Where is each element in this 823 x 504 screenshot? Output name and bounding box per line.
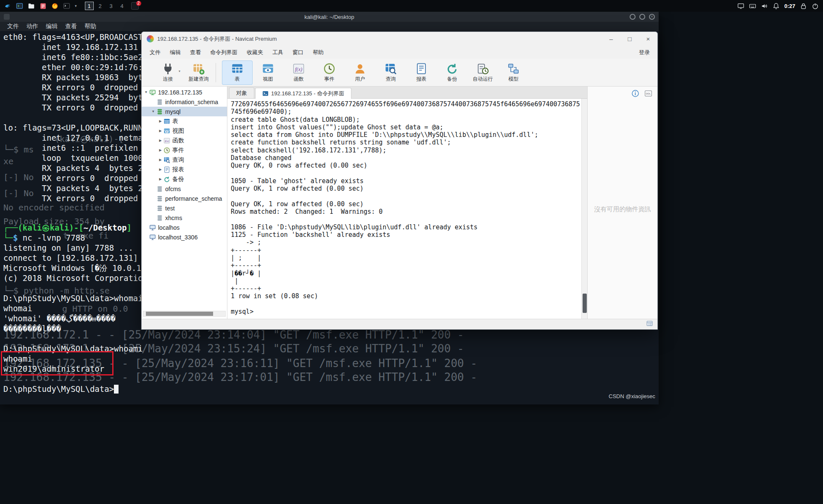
tree-item-xhcms[interactable]: xhcms <box>142 213 227 223</box>
tree-item-事件[interactable]: ▶事件 <box>142 145 227 155</box>
tree-item-192.168.172.135[interactable]: ▼192.168.172.135 <box>142 87 227 97</box>
scrollbar-thumb[interactable] <box>146 312 213 316</box>
info-icon <box>631 89 639 97</box>
toolbar-button-model[interactable]: 模型 <box>498 60 529 85</box>
tree-expand-arrow[interactable]: ▼ <box>150 110 156 113</box>
toolbar-button-report[interactable]: 报表 <box>406 60 437 85</box>
console-scrollbar[interactable] <box>581 99 587 319</box>
info-icon[interactable] <box>631 89 639 99</box>
close-button[interactable]: × <box>639 32 657 46</box>
toolbar-button-new-query[interactable]: 新建查询 <box>183 60 214 85</box>
tree-item-label: 表 <box>172 118 178 125</box>
menu-item[interactable]: 查看 <box>185 49 206 56</box>
kali-logo-icon[interactable] <box>4 3 11 10</box>
tree-item-information_schema[interactable]: information_schema <box>142 97 227 107</box>
navicat-titlebar[interactable]: 192.168.172.135 - 命令列界面 - Navicat Premiu… <box>142 32 657 46</box>
tree-item-备份[interactable]: ▶备份 <box>142 174 227 184</box>
workspace-button-1[interactable]: 1 <box>85 2 94 10</box>
editor-app-icon <box>40 3 47 10</box>
chevron-down-icon[interactable]: ▾ <box>75 4 77 8</box>
menu-item[interactable]: 收藏夹 <box>242 49 268 56</box>
tree-item-localhos[interactable]: localhos <box>142 223 227 232</box>
tree-item-报表[interactable]: ▶报表 <box>142 165 227 174</box>
tree-expand-arrow[interactable]: ▶ <box>158 148 163 152</box>
maximize-button[interactable]: □ <box>620 32 639 46</box>
text-editor-app-icon[interactable] <box>40 3 47 10</box>
console-output[interactable]: 7726974655f6465696e697400726567726974655… <box>227 99 587 315</box>
firefox-app-icon[interactable] <box>51 3 58 10</box>
tree-item-表[interactable]: ▶表 <box>142 116 227 126</box>
volume-icon[interactable] <box>761 3 768 10</box>
tree-item-mysql[interactable]: ▼mysql <box>142 107 227 116</box>
lock-icon <box>800 3 807 10</box>
menu-item[interactable]: 窗口 <box>288 49 308 56</box>
login-button[interactable]: 登录 <box>639 49 650 56</box>
tree-item-localhost_3306[interactable]: localhost_3306 <box>142 232 227 242</box>
terminal-menu-item[interactable]: 编辑 <box>42 23 61 30</box>
menu-item[interactable]: 工具 <box>268 49 288 56</box>
terminal-line: listening on [any] 7788 ... <box>3 243 143 253</box>
tree-expand-arrow[interactable]: ▶ <box>158 177 163 181</box>
minimize-button[interactable] <box>630 14 636 20</box>
command-console[interactable]: 7726974655f6465696e697400726567726974655… <box>227 99 587 319</box>
toolbar-button-automation[interactable]: 自动运行 <box>467 60 498 85</box>
maximize-button[interactable] <box>639 14 645 20</box>
tree-expand-arrow[interactable]: ▶ <box>158 129 163 133</box>
lock-icon[interactable] <box>800 3 807 10</box>
ddl-icon[interactable]: DDL <box>644 89 652 99</box>
terminal-menu-item[interactable]: 帮助 <box>81 23 100 30</box>
workspace-button-4[interactable]: 4 <box>118 2 127 10</box>
tree-expand-arrow[interactable]: ▼ <box>143 90 149 94</box>
tree-item-performance_schema[interactable]: performance_schema <box>142 194 227 203</box>
terminal-dropdown-icon[interactable] <box>63 3 70 10</box>
menu-item[interactable]: 命令列界面 <box>206 49 242 56</box>
workspace-button-2[interactable]: 2 <box>96 2 105 10</box>
tree-horizontal-scrollbar[interactable] <box>143 311 226 317</box>
tree-expand-arrow[interactable]: ▶ <box>158 158 163 162</box>
toolbar-button-event[interactable]: 事件 <box>314 60 345 85</box>
close-button[interactable]: × <box>649 14 655 20</box>
tree-item-视图[interactable]: ▶视图 <box>142 126 227 136</box>
tab-对象[interactable]: 对象 <box>229 87 254 98</box>
automation-icon <box>477 63 489 75</box>
tree-item-ofcms[interactable]: ofcms <box>142 184 227 194</box>
tree-expand-arrow[interactable]: ▶ <box>158 119 163 123</box>
toolbar-button-connect[interactable]: ▾连接 <box>153 60 183 85</box>
scrollbar-thumb[interactable] <box>583 294 587 313</box>
workspace-button-3[interactable]: 3 <box>107 2 116 10</box>
menu-item[interactable]: 编辑 <box>165 49 185 56</box>
terminal-line: connect to [192.168.172.131] <box>3 253 143 263</box>
toolbar-button-function[interactable]: f(x)函数 <box>283 60 314 85</box>
menu-item[interactable]: 帮助 <box>308 49 328 56</box>
display-icon[interactable] <box>737 3 744 10</box>
notification-app-icon[interactable]: 2 <box>131 2 139 10</box>
toolbar-button-backup[interactable]: 备份 <box>437 60 467 85</box>
toolbar-button-user[interactable]: 用户 <box>345 60 375 85</box>
power-icon[interactable] <box>812 3 819 10</box>
terminal-titlebar[interactable]: kali@kali: ~/Desktop × <box>0 12 659 22</box>
tree-item-test[interactable]: test <box>142 203 227 213</box>
tab-192.168.172.135 - 命令列界面[interactable]: 192.168.172.135 - 命令列界面 <box>255 88 351 99</box>
grid-view-icon[interactable] <box>646 320 653 329</box>
terminal-menu-item[interactable]: 动作 <box>23 23 42 30</box>
keyboard-icon[interactable] <box>749 3 756 10</box>
terminal-line <box>3 283 143 293</box>
svg-text:DDL: DDL <box>646 92 652 95</box>
files-app-icon[interactable] <box>28 3 35 10</box>
clock[interactable]: 0:27 <box>784 3 795 9</box>
terminal-menu-item[interactable]: 文件 <box>3 23 23 30</box>
tree-expand-arrow[interactable]: ▶ <box>158 168 163 171</box>
toolbar-button-query[interactable]: 查询 <box>375 60 406 85</box>
menu-item[interactable]: 文件 <box>145 49 165 56</box>
tree-item-查询[interactable]: ▶查询 <box>142 155 227 165</box>
backup-icon <box>164 176 170 183</box>
toolbar-button-view[interactable]: 视图 <box>253 60 283 85</box>
toolbar-button-table[interactable]: 表 <box>222 60 253 85</box>
bell-icon[interactable] <box>773 3 780 10</box>
terminal-menu-item[interactable]: 查看 <box>61 23 81 30</box>
terminal-app-icon[interactable] <box>16 3 23 10</box>
tree-item-函数[interactable]: ▶f(x)函数 <box>142 136 227 145</box>
tree-expand-arrow[interactable]: ▶ <box>158 139 163 142</box>
minimize-button[interactable]: – <box>602 32 620 46</box>
database-open-icon <box>156 108 163 115</box>
